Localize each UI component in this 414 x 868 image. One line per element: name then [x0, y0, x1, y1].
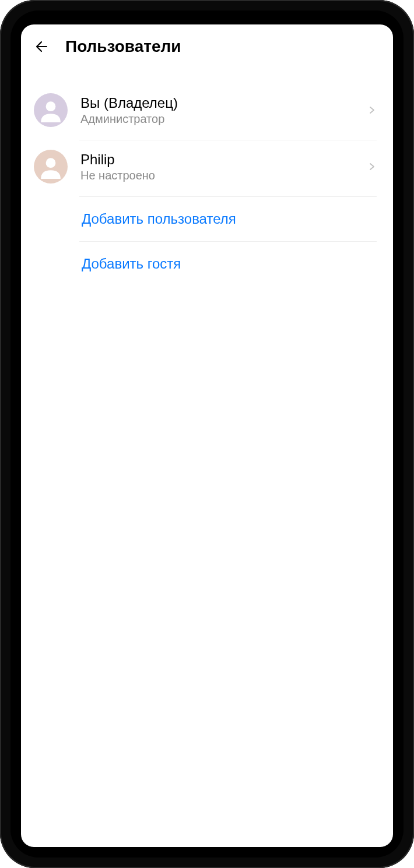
user-name: Вы (Владелец): [80, 95, 355, 111]
svg-point-1: [46, 158, 56, 168]
avatar: [34, 150, 68, 184]
user-info: Вы (Владелец) Администратор: [80, 95, 355, 126]
user-row-philip[interactable]: Philip Не настроено: [21, 140, 393, 196]
person-icon: [38, 98, 63, 122]
header: Пользователи: [21, 24, 393, 66]
back-button[interactable]: [33, 37, 51, 56]
person-icon: [38, 154, 63, 179]
user-row-owner[interactable]: Вы (Владелец) Администратор: [21, 84, 393, 140]
add-user-button[interactable]: Добавить пользователя: [21, 197, 393, 241]
page-title: Пользователи: [65, 37, 181, 56]
user-info: Philip Не настроено: [80, 151, 355, 182]
screen: Пользователи Вы (Владелец) Администратор: [21, 24, 393, 847]
user-subtitle: Администратор: [80, 112, 355, 126]
svg-point-0: [46, 101, 56, 111]
add-guest-button[interactable]: Добавить гостя: [21, 242, 393, 286]
back-arrow-icon: [34, 38, 50, 55]
add-user-label: Добавить пользователя: [82, 211, 377, 227]
content: Вы (Владелец) Администратор: [21, 66, 393, 847]
device-inner-frame: Пользователи Вы (Владелец) Администратор: [10, 10, 404, 858]
chevron-right-icon: [367, 105, 377, 115]
user-name: Philip: [80, 151, 355, 168]
device-frame: Пользователи Вы (Владелец) Администратор: [0, 0, 414, 868]
user-subtitle: Не настроено: [80, 169, 355, 182]
avatar: [34, 93, 68, 127]
add-guest-label: Добавить гостя: [82, 256, 377, 272]
chevron-right-icon: [367, 162, 377, 171]
